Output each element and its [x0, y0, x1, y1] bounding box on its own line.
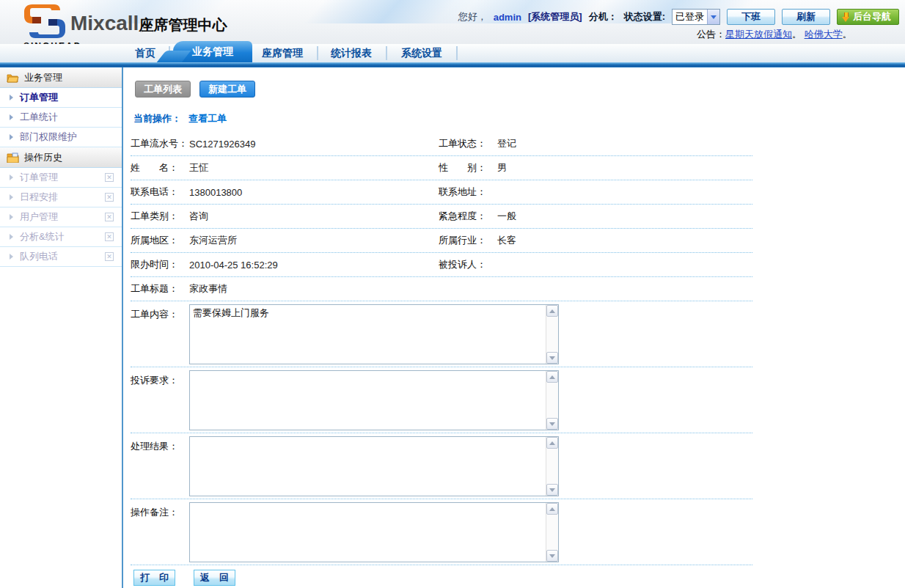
- process-result-textarea[interactable]: [190, 437, 546, 496]
- field-label: 联系电话：: [131, 185, 189, 199]
- tab-divider: [317, 46, 318, 60]
- extension-label: 分机：: [589, 10, 618, 23]
- backstage-nav-button[interactable]: 后台导航: [837, 9, 899, 25]
- current-operation: 当前操作：查看工单: [133, 112, 227, 125]
- sidebar-item-user-management[interactable]: 用户管理: [0, 207, 122, 227]
- scroll-up-icon[interactable]: [546, 503, 558, 515]
- form-row-category-urgency: 工单类别： 咨询 紧急程度： 一般: [131, 205, 752, 229]
- sidebar-item-label: 订单管理: [20, 172, 58, 183]
- close-icon[interactable]: [105, 173, 114, 182]
- scroll-up-icon[interactable]: [546, 371, 558, 383]
- scroll-down-icon[interactable]: [546, 484, 558, 496]
- username[interactable]: admin: [494, 12, 521, 23]
- field-value: 长客: [497, 234, 752, 247]
- scroll-down-icon[interactable]: [546, 418, 558, 430]
- product-suffix: 座席管理中心: [139, 17, 227, 33]
- close-icon[interactable]: [105, 232, 114, 241]
- field-label: 被投诉人：: [439, 258, 497, 271]
- current-operation-label: 当前操作：: [133, 113, 181, 124]
- field-label: 工单标题：: [131, 282, 189, 295]
- sidebar-item-analysis-stats[interactable]: 分析&统计: [0, 227, 122, 247]
- scrollbar[interactable]: [546, 503, 558, 562]
- current-operation-value: 查看工单: [188, 113, 227, 124]
- field-value: 2010-04-25 16:52:29: [189, 260, 439, 271]
- singhead-logo-icon: [22, 3, 67, 40]
- nav-accent-bar: [0, 62, 905, 67]
- field-value: 东河运营所: [189, 234, 439, 247]
- form-row-process-result: 处理结果：: [131, 433, 752, 499]
- close-icon[interactable]: [105, 193, 114, 202]
- complaint-request-textarea[interactable]: [190, 371, 546, 430]
- notice-separator: 。: [792, 29, 802, 40]
- close-icon[interactable]: [105, 252, 114, 261]
- tab-divider: [456, 46, 458, 60]
- sidebar-item-schedule[interactable]: 日程安排: [0, 188, 122, 207]
- scrollbar[interactable]: [546, 371, 558, 430]
- field-label: 限办时间：: [131, 258, 189, 271]
- workorder-content-textarea[interactable]: 需要保姆上门服务: [190, 305, 546, 364]
- product-name: Mixcall: [70, 12, 139, 34]
- scroll-down-icon[interactable]: [546, 550, 558, 562]
- down-arrow-icon: [842, 12, 849, 22]
- scrollbar[interactable]: [546, 437, 558, 496]
- form-row-operation-note: 操作备注：: [131, 499, 752, 565]
- folder-document-icon: [7, 152, 19, 163]
- sidebar-item-workorder-stats[interactable]: 工单统计: [0, 108, 122, 128]
- status-dropdown-value: 已登录: [673, 10, 707, 23]
- workorder-toolbar: 工单列表 新建工单: [135, 81, 255, 98]
- notice-separator: 。: [843, 29, 852, 40]
- operation-note-box: [189, 502, 559, 562]
- field-label: 工单状态：: [439, 137, 497, 150]
- operation-note-textarea[interactable]: [190, 503, 546, 562]
- form-row-phone-address: 联系电话： 1380013800 联系地址：: [131, 180, 752, 205]
- field-value: 登记: [497, 137, 752, 150]
- field-value: 咨询: [189, 210, 439, 223]
- form-row-content: 工单内容： 需要保姆上门服务: [131, 301, 752, 367]
- field-label: 操作备注：: [131, 502, 189, 519]
- sidebar-item-queue-calls[interactable]: 队列电话: [0, 247, 122, 267]
- sidebar-section-business[interactable]: 业务管理: [0, 67, 122, 88]
- sidebar-item-order-management-2[interactable]: 订单管理: [0, 168, 122, 188]
- field-label: 所属行业：: [439, 234, 497, 247]
- tab-seat-management[interactable]: 座席管理: [258, 44, 307, 62]
- form-row-deadline-complainee: 限办时间： 2010-04-25 16:52:29 被投诉人：: [131, 253, 752, 277]
- scroll-up-icon[interactable]: [546, 437, 558, 449]
- back-button[interactable]: 返 回: [194, 570, 235, 586]
- tab-business-management[interactable]: 业务管理: [173, 41, 252, 62]
- field-label: 工单内容：: [131, 304, 189, 321]
- sidebar-item-label: 工单统计: [20, 111, 58, 122]
- print-button[interactable]: 打 印: [133, 570, 175, 586]
- sidebar-item-label: 分析&统计: [20, 231, 65, 242]
- field-label: 紧急程度：: [439, 210, 497, 223]
- status-dropdown[interactable]: 已登录: [672, 9, 720, 25]
- field-label: 处理结果：: [131, 436, 189, 453]
- tab-statistics-report[interactable]: 统计报表: [327, 44, 375, 62]
- sidebar-item-label: 用户管理: [20, 211, 58, 222]
- sidebar: 业务管理 订单管理 工单统计 部门权限维护 操作历史 订单管理 日程安排 用户管…: [0, 67, 123, 588]
- workorder-list-button[interactable]: 工单列表: [135, 81, 191, 98]
- scrollbar[interactable]: [546, 305, 558, 364]
- notice-bar: 公告：星期天放假通知。 哈佛大学。: [697, 28, 852, 41]
- sidebar-section-history[interactable]: 操作历史: [0, 147, 122, 168]
- field-label: 性 别：: [439, 161, 497, 174]
- off-work-button[interactable]: 下班: [727, 9, 775, 25]
- close-icon[interactable]: [105, 213, 114, 221]
- tab-system-settings[interactable]: 系统设置: [397, 44, 446, 62]
- sidebar-item-label: 部门权限维护: [20, 131, 77, 142]
- scroll-up-icon[interactable]: [546, 305, 558, 317]
- sidebar-item-label: 订单管理: [20, 92, 58, 103]
- new-workorder-button[interactable]: 新建工单: [199, 81, 255, 98]
- field-value: 1380013800: [189, 187, 439, 198]
- chevron-down-icon[interactable]: [707, 10, 719, 24]
- notice-link-harvard[interactable]: 哈佛大学: [805, 29, 843, 40]
- refresh-button[interactable]: 刷新: [782, 9, 830, 25]
- sidebar-item-department-permissions[interactable]: 部门权限维护: [0, 128, 122, 147]
- form-row-serial-status: 工单流水号： SC1271926349 工单状态： 登记: [131, 132, 752, 156]
- form-row-title: 工单标题： 家政事情: [131, 277, 752, 301]
- notice-link-holiday[interactable]: 星期天放假通知: [725, 29, 792, 40]
- scroll-down-icon[interactable]: [546, 352, 558, 364]
- form-actions: 打 印 返 回: [133, 570, 752, 586]
- process-result-box: [189, 436, 559, 496]
- form-row-region-industry: 所属地区： 东河运营所 所属行业： 长客: [131, 229, 752, 253]
- sidebar-item-order-management[interactable]: 订单管理: [0, 88, 122, 108]
